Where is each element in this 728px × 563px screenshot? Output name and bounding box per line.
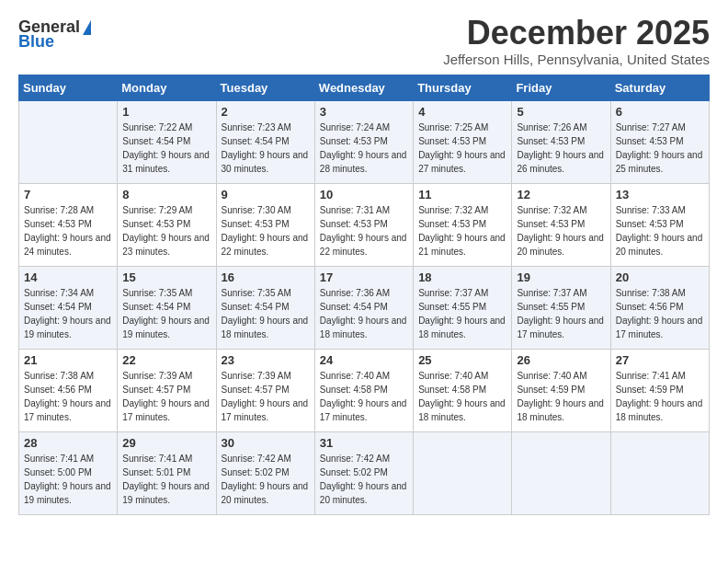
calendar-cell: 14Sunrise: 7:34 AMSunset: 4:54 PMDayligh… (19, 266, 118, 349)
calendar-cell: 5Sunrise: 7:26 AMSunset: 4:53 PMDaylight… (512, 100, 610, 183)
day-info: Sunrise: 7:22 AMSunset: 4:54 PMDaylight:… (122, 121, 210, 176)
calendar-table: SundayMondayTuesdayWednesdayThursdayFrid… (18, 75, 710, 515)
calendar-cell: 29Sunrise: 7:41 AMSunset: 5:01 PMDayligh… (118, 431, 216, 514)
day-info: Sunrise: 7:41 AMSunset: 5:01 PMDaylight:… (122, 452, 210, 507)
day-number: 28 (24, 436, 112, 450)
day-info: Sunrise: 7:40 AMSunset: 4:59 PMDaylight:… (517, 369, 605, 424)
calendar-cell (19, 100, 118, 183)
day-info: Sunrise: 7:27 AMSunset: 4:53 PMDaylight:… (616, 121, 704, 176)
day-number: 6 (616, 105, 704, 119)
calendar-week-row: 21Sunrise: 7:38 AMSunset: 4:56 PMDayligh… (19, 349, 710, 431)
day-number: 2 (222, 105, 310, 119)
day-info: Sunrise: 7:41 AMSunset: 5:00 PMDaylight:… (24, 452, 112, 507)
calendar-cell: 9Sunrise: 7:30 AMSunset: 4:53 PMDaylight… (216, 183, 314, 266)
calendar-week-row: 28Sunrise: 7:41 AMSunset: 5:00 PMDayligh… (19, 431, 710, 514)
day-number: 27 (616, 353, 704, 367)
calendar-cell: 23Sunrise: 7:39 AMSunset: 4:57 PMDayligh… (216, 349, 314, 431)
calendar-week-row: 14Sunrise: 7:34 AMSunset: 4:54 PMDayligh… (19, 266, 710, 349)
calendar-cell: 3Sunrise: 7:24 AMSunset: 4:53 PMDaylight… (314, 100, 413, 183)
day-number: 11 (418, 188, 506, 201)
day-info: Sunrise: 7:28 AMSunset: 4:53 PMDaylight:… (24, 203, 112, 259)
day-info: Sunrise: 7:41 AMSunset: 4:59 PMDaylight:… (616, 369, 704, 424)
day-number: 26 (517, 353, 605, 367)
day-info: Sunrise: 7:35 AMSunset: 4:54 PMDaylight:… (122, 286, 210, 341)
header: General Blue December 2025 Jefferson Hil… (18, 15, 710, 67)
day-number: 31 (320, 436, 408, 450)
calendar-cell: 13Sunrise: 7:33 AMSunset: 4:53 PMDayligh… (610, 183, 709, 266)
day-info: Sunrise: 7:23 AMSunset: 4:54 PMDaylight:… (222, 121, 310, 176)
calendar-cell: 26Sunrise: 7:40 AMSunset: 4:59 PMDayligh… (512, 349, 610, 431)
day-number: 12 (517, 188, 605, 201)
day-number: 22 (122, 353, 210, 367)
day-info: Sunrise: 7:26 AMSunset: 4:53 PMDaylight:… (517, 121, 605, 176)
calendar-cell: 25Sunrise: 7:40 AMSunset: 4:58 PMDayligh… (414, 349, 512, 431)
logo-blue: Blue (18, 33, 54, 50)
calendar-cell: 4Sunrise: 7:25 AMSunset: 4:53 PMDaylight… (414, 100, 512, 183)
day-info: Sunrise: 7:32 AMSunset: 4:53 PMDaylight:… (517, 203, 605, 259)
day-number: 9 (222, 188, 310, 201)
calendar-cell: 12Sunrise: 7:32 AMSunset: 4:53 PMDayligh… (512, 183, 610, 266)
logo: General Blue (18, 18, 91, 50)
day-info: Sunrise: 7:37 AMSunset: 4:55 PMDaylight:… (517, 286, 605, 341)
calendar-cell: 24Sunrise: 7:40 AMSunset: 4:58 PMDayligh… (314, 349, 413, 431)
day-info: Sunrise: 7:40 AMSunset: 4:58 PMDaylight:… (418, 369, 506, 424)
day-info: Sunrise: 7:29 AMSunset: 4:53 PMDaylight:… (122, 203, 210, 259)
calendar-cell: 27Sunrise: 7:41 AMSunset: 4:59 PMDayligh… (610, 349, 709, 431)
day-info: Sunrise: 7:40 AMSunset: 4:58 PMDaylight:… (320, 369, 408, 424)
day-info: Sunrise: 7:24 AMSunset: 4:53 PMDaylight:… (320, 121, 408, 176)
month-title: December 2025 (443, 15, 710, 52)
day-number: 3 (320, 105, 408, 119)
day-info: Sunrise: 7:34 AMSunset: 4:54 PMDaylight:… (24, 286, 112, 341)
calendar-cell: 2Sunrise: 7:23 AMSunset: 4:54 PMDaylight… (216, 100, 314, 183)
calendar-cell: 15Sunrise: 7:35 AMSunset: 4:54 PMDayligh… (118, 266, 216, 349)
calendar-cell (414, 431, 512, 514)
day-info: Sunrise: 7:38 AMSunset: 4:56 PMDaylight:… (616, 286, 704, 341)
calendar-cell: 7Sunrise: 7:28 AMSunset: 4:53 PMDaylight… (19, 183, 118, 266)
day-info: Sunrise: 7:32 AMSunset: 4:53 PMDaylight:… (418, 203, 506, 259)
header-tuesday: Tuesday (216, 75, 314, 100)
day-number: 13 (616, 188, 704, 201)
day-number: 23 (222, 353, 310, 367)
calendar-cell: 11Sunrise: 7:32 AMSunset: 4:53 PMDayligh… (414, 183, 512, 266)
calendar-cell (610, 431, 709, 514)
logo-triangle-icon (83, 20, 91, 35)
day-info: Sunrise: 7:25 AMSunset: 4:53 PMDaylight:… (418, 121, 506, 176)
day-number: 4 (418, 105, 506, 119)
calendar-cell: 16Sunrise: 7:35 AMSunset: 4:54 PMDayligh… (216, 266, 314, 349)
day-number: 5 (517, 105, 605, 119)
location-title: Jefferson Hills, Pennsylvania, United St… (443, 52, 710, 67)
header-thursday: Thursday (414, 75, 512, 100)
calendar-cell: 6Sunrise: 7:27 AMSunset: 4:53 PMDaylight… (610, 100, 709, 183)
header-wednesday: Wednesday (314, 75, 413, 100)
day-number: 19 (517, 270, 605, 284)
day-number: 24 (320, 353, 408, 367)
day-info: Sunrise: 7:39 AMSunset: 4:57 PMDaylight:… (122, 369, 210, 424)
day-number: 25 (418, 353, 506, 367)
day-number: 29 (122, 436, 210, 450)
day-info: Sunrise: 7:30 AMSunset: 4:53 PMDaylight:… (222, 203, 310, 259)
calendar-cell: 10Sunrise: 7:31 AMSunset: 4:53 PMDayligh… (314, 183, 413, 266)
day-info: Sunrise: 7:39 AMSunset: 4:57 PMDaylight:… (222, 369, 310, 424)
calendar-header-row: SundayMondayTuesdayWednesdayThursdayFrid… (19, 75, 710, 100)
day-number: 14 (24, 270, 112, 284)
calendar-cell: 20Sunrise: 7:38 AMSunset: 4:56 PMDayligh… (610, 266, 709, 349)
calendar-cell: 18Sunrise: 7:37 AMSunset: 4:55 PMDayligh… (414, 266, 512, 349)
header-friday: Friday (512, 75, 610, 100)
day-number: 16 (222, 270, 310, 284)
title-area: December 2025 Jefferson Hills, Pennsylva… (443, 15, 710, 67)
day-info: Sunrise: 7:33 AMSunset: 4:53 PMDaylight:… (616, 203, 704, 259)
day-info: Sunrise: 7:36 AMSunset: 4:54 PMDaylight:… (320, 286, 408, 341)
day-info: Sunrise: 7:42 AMSunset: 5:02 PMDaylight:… (320, 452, 408, 507)
day-number: 17 (320, 270, 408, 284)
calendar-cell: 30Sunrise: 7:42 AMSunset: 5:02 PMDayligh… (216, 431, 314, 514)
calendar-cell: 1Sunrise: 7:22 AMSunset: 4:54 PMDaylight… (118, 100, 216, 183)
day-number: 7 (24, 188, 112, 201)
calendar-cell (512, 431, 610, 514)
day-info: Sunrise: 7:31 AMSunset: 4:53 PMDaylight:… (320, 203, 408, 259)
day-number: 10 (320, 188, 408, 201)
day-number: 30 (222, 436, 310, 450)
calendar-week-row: 1Sunrise: 7:22 AMSunset: 4:54 PMDaylight… (19, 100, 710, 183)
calendar-cell: 31Sunrise: 7:42 AMSunset: 5:02 PMDayligh… (314, 431, 413, 514)
calendar-cell: 22Sunrise: 7:39 AMSunset: 4:57 PMDayligh… (118, 349, 216, 431)
day-info: Sunrise: 7:35 AMSunset: 4:54 PMDaylight:… (222, 286, 310, 341)
